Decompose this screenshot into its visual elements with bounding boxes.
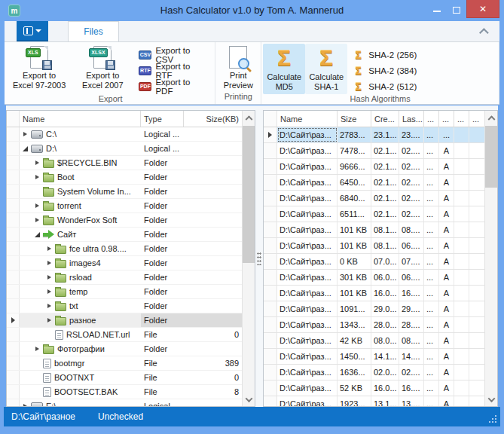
hash-table-row[interactable]: D:\Сайт\раз... 1091... 29.0... 29.... ..… bbox=[264, 301, 484, 317]
hash-table-row[interactable]: D:\Сайт\раз... 2783... 23.1... 23.... ..… bbox=[264, 127, 484, 143]
scrollbar-thumb[interactable] bbox=[243, 126, 255, 263]
expander-icon[interactable] bbox=[45, 288, 53, 296]
scroll-down-icon[interactable] bbox=[485, 393, 497, 406]
table-scrollbar[interactable] bbox=[484, 111, 497, 406]
tab-files[interactable]: Files bbox=[68, 21, 119, 41]
expander-icon[interactable] bbox=[21, 130, 29, 139]
tree-row[interactable]: torrent Folder bbox=[7, 199, 242, 213]
tree-row[interactable]: E:\ Logical ... bbox=[7, 399, 242, 407]
expander-icon[interactable] bbox=[33, 173, 41, 182]
tree-row[interactable]: images4 Folder bbox=[7, 256, 242, 270]
expander-icon[interactable] bbox=[45, 302, 53, 310]
export-csv-button[interactable]: CSV Export to CSV bbox=[139, 47, 209, 63]
hash-table-row[interactable]: D:\Сайт\раз... 1343... 28.0... 28.... ..… bbox=[264, 317, 484, 333]
expander-icon[interactable] bbox=[33, 216, 41, 225]
scrollbar-thumb[interactable] bbox=[485, 126, 497, 188]
minimize-button[interactable] bbox=[427, 0, 447, 18]
tree-scrollbar[interactable] bbox=[242, 111, 255, 406]
table-cell-name: D:\Сайт\раз... bbox=[277, 175, 338, 190]
tree-row[interactable]: bootmgr File 389 bbox=[7, 356, 242, 371]
tree-row[interactable]: разное Folder bbox=[7, 313, 242, 328]
table-column-header-name[interactable]: Name bbox=[277, 111, 338, 127]
expander-icon[interactable] bbox=[33, 374, 41, 382]
hash-table-row[interactable]: D:\Сайт\раз... 6840... 02.1... 02.... ..… bbox=[264, 191, 484, 206]
hash-table-row[interactable]: D:\Сайт\раз... 6511... 02.1... 02.... ..… bbox=[264, 206, 484, 222]
hash-table-row[interactable]: D:\Сайт\раз... 52 KB 16.0... 16.... ... … bbox=[264, 381, 484, 396]
resize-grip-icon[interactable] bbox=[489, 415, 497, 423]
row-indicator bbox=[264, 159, 277, 174]
tree-row[interactable]: RSLOAD.NET.url File 0 bbox=[7, 328, 242, 342]
tree-row[interactable]: $RECYCLE.BIN Folder bbox=[7, 156, 242, 170]
expander-icon[interactable] bbox=[33, 159, 41, 167]
tree-row[interactable]: C:\ Logical ... bbox=[7, 127, 242, 142]
tree-row[interactable]: Сайт Folder bbox=[7, 228, 242, 242]
expander-icon[interactable] bbox=[45, 245, 53, 253]
table-cell-created: 06.0... bbox=[371, 270, 399, 285]
hash-table-row[interactable]: D:\Сайт\раз... 0 KB 07.0... 07.... ... A bbox=[264, 254, 484, 270]
hash-table-row[interactable]: D:\Сайт\раз... 101 KB 16.0... 16.... ...… bbox=[264, 286, 484, 301]
scroll-down-icon[interactable] bbox=[243, 393, 255, 406]
tree-row[interactable]: Фотографии Folder bbox=[7, 342, 242, 356]
tree-row[interactable]: System Volume In... Folder bbox=[7, 185, 242, 199]
tree-row[interactable]: fce ultra 0.98.... Folder bbox=[7, 242, 242, 256]
table-column-header-lastmod[interactable]: Las... bbox=[399, 111, 424, 127]
export-rtf-button[interactable]: RTF Export to RTF bbox=[139, 63, 209, 78]
export-excel2007-button[interactable]: XLSX Export to Excel 2007 bbox=[71, 44, 134, 94]
sha2-512-button[interactable]: Σ SHA-2 (512) bbox=[352, 78, 417, 94]
tree-row[interactable]: D:\ Logical ... bbox=[7, 142, 242, 156]
tree-column-header-size[interactable]: Size(KB) bbox=[184, 111, 243, 127]
hash-table-row[interactable]: D:\Сайт\раз... 6450... 02.1... 02.... ..… bbox=[264, 175, 484, 191]
print-preview-button[interactable]: Print Preview bbox=[217, 44, 259, 92]
expander-icon[interactable] bbox=[21, 145, 29, 153]
expander-icon[interactable] bbox=[45, 274, 53, 282]
calculate-md5-button[interactable]: Σ Calculate MD5 bbox=[263, 44, 305, 94]
table-column-header-size[interactable]: Size bbox=[338, 111, 371, 127]
tree-row[interactable]: BOOTSECT.BAK File 8 bbox=[7, 385, 242, 399]
hash-table-row[interactable]: D:\Сайт\раз... 1450... 14.1... 14.... ..… bbox=[264, 349, 484, 365]
expander-icon[interactable] bbox=[45, 316, 53, 325]
tree-row[interactable]: temp Folder bbox=[7, 285, 242, 299]
expander-icon[interactable] bbox=[45, 331, 53, 339]
tree-row[interactable]: WonderFox Soft Folder bbox=[7, 213, 242, 228]
scroll-up-icon[interactable] bbox=[243, 111, 255, 124]
expander-icon[interactable] bbox=[33, 188, 41, 196]
calculate-sha1-button[interactable]: Σ Calculate SHA-1 bbox=[305, 44, 347, 94]
hash-table-row[interactable]: D:\Сайт\раз... 101 KB 08.1... 08.... ...… bbox=[264, 222, 484, 238]
tree-column-header-name[interactable]: Name bbox=[20, 111, 141, 127]
expander-icon[interactable] bbox=[45, 259, 53, 267]
table-cell-lastmod: 02.... bbox=[399, 365, 424, 380]
table-column-header-8[interactable]: ... bbox=[469, 111, 486, 127]
tree-row[interactable]: Boot Folder bbox=[7, 170, 242, 185]
hash-table-row[interactable]: D:\Сайт\раз... 1923... 13.1... 13.... ..… bbox=[264, 396, 484, 407]
tree-row[interactable]: txt Folder bbox=[7, 299, 242, 313]
sha2-256-button[interactable]: Σ SHA-2 (256) bbox=[352, 47, 417, 63]
expander-icon[interactable] bbox=[33, 388, 41, 396]
tree-column-header-type[interactable]: Type bbox=[141, 111, 184, 127]
expander-icon[interactable] bbox=[33, 345, 41, 353]
hash-table-row[interactable]: D:\Сайт\раз... 9666... 02.1... 02.... ..… bbox=[264, 159, 484, 175]
table-column-header-6[interactable]: ... bbox=[439, 111, 454, 127]
expander-icon[interactable] bbox=[33, 202, 41, 210]
expander-icon[interactable] bbox=[33, 231, 41, 239]
hash-table-row[interactable]: D:\Сайт\раз... 42 KB 08.0... 08.... ... … bbox=[264, 333, 484, 349]
hash-table-row[interactable]: D:\Сайт\раз... 7478... 02.1... 02.... ..… bbox=[264, 143, 484, 159]
table-column-header-7[interactable]: ... bbox=[454, 111, 469, 127]
hash-table-row[interactable]: D:\Сайт\раз... 101 KB 08.1... 06.... ...… bbox=[264, 238, 484, 254]
hash-table-row[interactable]: D:\Сайт\раз... 301 KB 06.0... 06.... ...… bbox=[264, 270, 484, 286]
scroll-up-icon[interactable] bbox=[485, 111, 497, 124]
sha2-384-button[interactable]: Σ SHA-2 (384) bbox=[352, 63, 417, 78]
export-excel97-button[interactable]: XLS Export to Excel 97-2003 bbox=[8, 44, 71, 94]
table-column-header-created[interactable]: Cre... bbox=[371, 111, 399, 127]
tree-row[interactable]: BOOTNXT File 0 bbox=[7, 371, 242, 385]
export-pdf-button[interactable]: PDF Export to PDF bbox=[139, 78, 209, 94]
hash-table-row[interactable]: D:\Сайт\раз... 1636... 02.0... 02.... ..… bbox=[264, 365, 484, 381]
close-button[interactable]: ✕ bbox=[466, 0, 499, 18]
item-label: E:\ bbox=[46, 402, 56, 407]
expander-icon[interactable] bbox=[33, 359, 41, 368]
table-column-header-5[interactable]: ... bbox=[424, 111, 439, 127]
maximize-button[interactable] bbox=[447, 0, 466, 18]
ribbon-collapse-icon[interactable] bbox=[479, 28, 489, 38]
app-menu-button[interactable] bbox=[17, 21, 48, 41]
panel-splitter[interactable] bbox=[255, 110, 263, 407]
tree-row[interactable]: rsload Folder bbox=[7, 270, 242, 285]
